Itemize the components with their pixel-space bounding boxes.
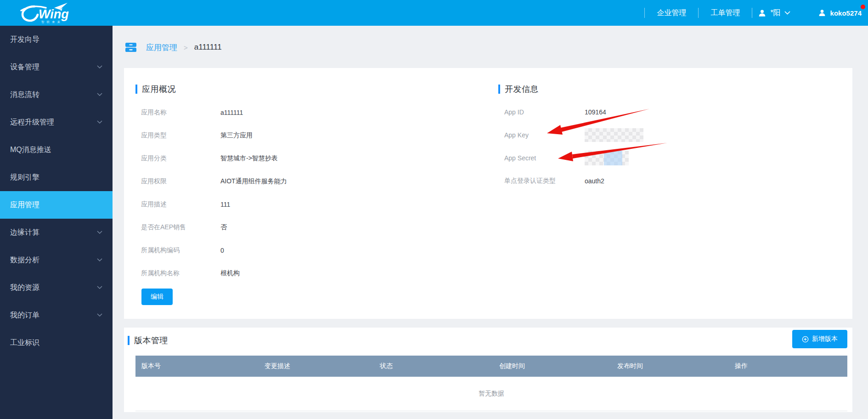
main-content: 应用管理 > a111111 应用概况 应用名称a111111 应用类型第三方应…	[113, 26, 868, 419]
chevron-down-icon	[97, 286, 102, 289]
section-title-text: 应用概况	[142, 84, 176, 95]
chevron-down-icon	[97, 120, 102, 124]
column-version-number: 版本号	[141, 356, 161, 377]
field-row-app-secret: App Secret	[504, 147, 761, 170]
breadcrumb-app-management-link[interactable]: 应用管理	[146, 42, 177, 53]
user-short-name: *阳	[770, 8, 780, 18]
sidebar-item-dev-wizard[interactable]: 开发向导	[0, 26, 113, 53]
sidebar-item-label: 应用管理	[10, 200, 39, 210]
notification-dot	[861, 5, 865, 9]
field-value: 智慧城市->智慧抄表	[220, 154, 278, 163]
brand-text: Wing	[39, 7, 69, 21]
field-label: 应用分类	[141, 154, 220, 163]
account-menu[interactable]: koko5274	[818, 9, 862, 17]
section-title-bar	[498, 85, 500, 94]
sidebar-item-label: 我的资源	[10, 283, 39, 293]
nav-enterprise-management[interactable]: 企业管理	[645, 8, 698, 18]
column-change-description: 变更描述	[265, 356, 290, 377]
sidebar-item-label: MQ消息推送	[10, 145, 51, 155]
dev-info-section-title: 开发信息	[498, 84, 539, 95]
table-empty-state: 暂无数据	[135, 377, 847, 411]
field-label: 应用权限	[141, 177, 220, 186]
sidebar-item-my-resources[interactable]: 我的资源	[0, 274, 113, 301]
breadcrumb: 应用管理 > a111111	[125, 41, 222, 53]
section-title-bar	[135, 85, 137, 94]
sidebar-item-edge-computing[interactable]: 边缘计算	[0, 219, 113, 246]
sidebar-item-app-management[interactable]: 应用管理	[0, 191, 113, 219]
field-label: 所属机构名称	[141, 269, 220, 277]
breadcrumb-separator: >	[184, 44, 188, 51]
user-menu[interactable]: *阳	[752, 8, 796, 18]
app-key-masked-value	[585, 128, 643, 142]
section-title-text: 版本管理	[134, 335, 168, 346]
sidebar-item-label: 开发向导	[10, 35, 39, 45]
field-value: 111	[220, 201, 230, 208]
sidebar-item-mq-push[interactable]: MQ消息推送	[0, 136, 113, 164]
field-label: App Key	[504, 131, 585, 139]
account-name: koko5274	[830, 9, 862, 17]
chevron-down-icon	[784, 11, 790, 15]
field-row-app-category: 应用分类智慧城市->智慧抄表	[141, 147, 398, 170]
version-table-header: 版本号 变更描述 状态 创建时间 发布时间 操作	[135, 356, 847, 377]
app-overview-fields: 应用名称a111111 应用类型第三方应用 应用分类智慧城市->智慧抄表 应用权…	[141, 101, 398, 285]
column-create-time: 创建时间	[499, 356, 525, 377]
field-label: 应用名称	[141, 108, 220, 117]
sidebar-item-message-flow[interactable]: 消息流转	[0, 81, 113, 108]
field-value: 109164	[585, 108, 606, 116]
section-title-bar	[128, 336, 130, 345]
field-label: 是否在AEP销售	[141, 223, 220, 232]
field-value: oauth2	[585, 177, 604, 185]
field-label: 单点登录认证类型	[504, 177, 585, 185]
field-value: a111111	[220, 109, 243, 116]
field-row-app-description: 应用描述111	[141, 193, 398, 216]
field-value: 否	[220, 223, 227, 232]
sidebar-item-label: 设备管理	[10, 62, 39, 72]
field-row-aep-sale: 是否在AEP销售否	[141, 216, 398, 239]
dev-info-fields: App ID109164 App Key App Secret 单点登录认证类型…	[504, 101, 761, 193]
field-value: 0	[220, 247, 224, 254]
field-row-app-type: 应用类型第三方应用	[141, 124, 398, 147]
topbar-right: 企业管理 工单管理 *阳 koko5274	[644, 0, 862, 26]
topbar: Wing 智联未来 企业管理 工单管理 *阳	[0, 0, 868, 26]
field-value: 根机构	[220, 269, 240, 277]
app-detail-card: 应用概况 应用名称a111111 应用类型第三方应用 应用分类智慧城市->智慧抄…	[124, 68, 852, 319]
edit-button[interactable]: 编辑	[141, 289, 173, 305]
breadcrumb-current-app: a111111	[194, 43, 222, 52]
ctwing-logo: Wing 智联未来	[20, 2, 74, 24]
sidebar-item-device-management[interactable]: 设备管理	[0, 53, 113, 81]
sidebar-item-data-analysis[interactable]: 数据分析	[0, 246, 113, 274]
sidebar-item-label: 边缘计算	[10, 228, 39, 238]
field-label: App Secret	[504, 154, 585, 162]
field-value: 第三方应用	[220, 131, 253, 140]
version-section-title: 版本管理	[128, 335, 168, 346]
add-version-button[interactable]: 新增版本	[792, 330, 847, 348]
ctwing-logo-graphic: Wing 智联未来	[20, 2, 74, 24]
sidebar-item-label: 工业标识	[10, 338, 39, 348]
field-label: 应用描述	[141, 200, 220, 209]
column-publish-time: 发布时间	[617, 356, 643, 377]
sidebar-item-rule-engine[interactable]: 规则引擎	[0, 164, 113, 191]
sidebar-item-my-orders[interactable]: 我的订单	[0, 301, 113, 329]
field-label: 所属机构编码	[141, 246, 220, 255]
field-row-app-key: App Key	[504, 124, 761, 147]
version-management-card: 版本管理 新增版本 版本号 变更描述 状态 创建时间 发布时间 操作 暂无数据	[124, 328, 852, 412]
app-overview-section-title: 应用概况	[135, 84, 176, 95]
nav-workorder-management[interactable]: 工单管理	[699, 8, 752, 18]
sidebar-item-label: 我的订单	[10, 311, 39, 320]
field-value: AIOT通用组件服务能力	[220, 177, 287, 186]
brand-tagline: 智联未来	[41, 20, 62, 24]
field-row-sso-auth-type: 单点登录认证类型oauth2	[504, 170, 761, 193]
section-title-text: 开发信息	[505, 84, 539, 95]
add-version-label: 新增版本	[812, 335, 838, 343]
version-table: 版本号 变更描述 状态 创建时间 发布时间 操作 暂无数据	[135, 356, 847, 411]
field-row-org-code: 所属机构编码0	[141, 239, 398, 262]
sidebar: 开发向导 设备管理 消息流转 远程升级管理 MQ消息推送 规则引擎 应用管理 边…	[0, 26, 113, 419]
app-box-icon	[125, 41, 137, 53]
field-row-app-permission: 应用权限AIOT通用组件服务能力	[141, 170, 398, 193]
column-actions: 操作	[735, 356, 748, 377]
chevron-down-icon	[97, 231, 102, 234]
field-row-app-id: App ID109164	[504, 101, 761, 124]
sidebar-item-industrial-id[interactable]: 工业标识	[0, 329, 113, 357]
sidebar-item-label: 消息流转	[10, 90, 39, 100]
sidebar-item-remote-upgrade[interactable]: 远程升级管理	[0, 108, 113, 136]
